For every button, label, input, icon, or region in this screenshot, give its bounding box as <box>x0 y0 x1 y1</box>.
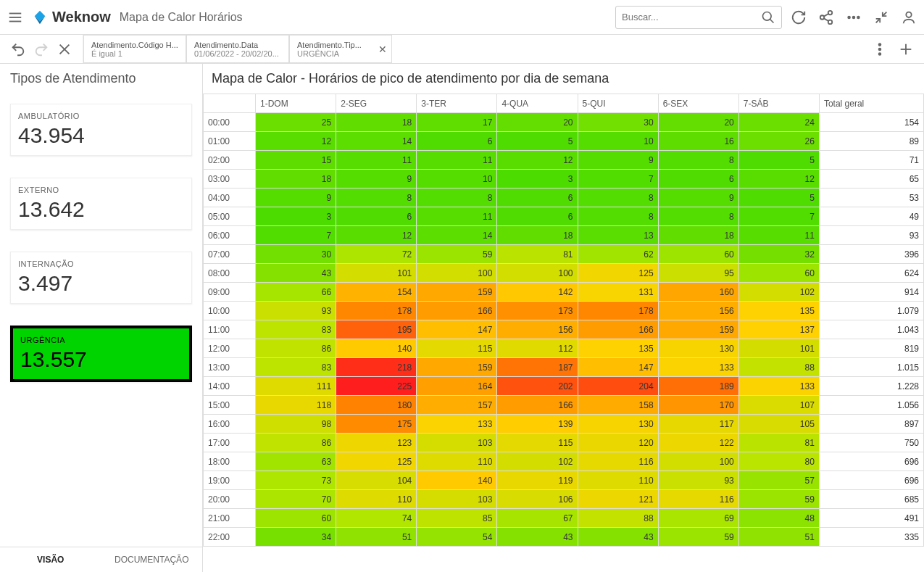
col-header[interactable]: 5-QUI <box>578 94 658 113</box>
heat-cell[interactable]: 15 <box>256 151 336 170</box>
heat-cell[interactable]: 107 <box>738 396 819 415</box>
heat-cell[interactable]: 180 <box>336 396 417 415</box>
heat-cell[interactable]: 225 <box>336 377 417 396</box>
heat-cell[interactable]: 9 <box>336 170 417 188</box>
heat-cell[interactable]: 115 <box>497 434 578 452</box>
heat-cell[interactable]: 112 <box>497 339 578 358</box>
heat-cell[interactable]: 5 <box>738 188 819 207</box>
heat-cell[interactable]: 6 <box>658 170 738 188</box>
heat-cell[interactable]: 105 <box>738 415 819 434</box>
heat-cell[interactable]: 81 <box>497 245 578 264</box>
heat-cell[interactable]: 164 <box>417 377 497 396</box>
heat-cell[interactable]: 133 <box>658 358 738 377</box>
more-vert-icon[interactable] <box>872 41 888 57</box>
heat-cell[interactable]: 117 <box>658 415 738 434</box>
heat-cell[interactable]: 131 <box>578 283 658 302</box>
close-icon[interactable]: ✕ <box>378 43 387 55</box>
heat-cell[interactable]: 130 <box>658 339 738 358</box>
heat-cell[interactable]: 103 <box>417 490 497 509</box>
heat-cell[interactable]: 110 <box>336 490 417 509</box>
heat-cell[interactable]: 12 <box>336 226 417 245</box>
heat-cell[interactable]: 170 <box>658 396 738 415</box>
heat-cell[interactable]: 135 <box>738 302 819 320</box>
heat-cell[interactable]: 8 <box>658 207 738 226</box>
more-icon[interactable] <box>846 9 862 25</box>
heat-cell[interactable]: 202 <box>497 377 578 396</box>
heat-cell[interactable]: 116 <box>658 490 738 509</box>
heat-cell[interactable]: 100 <box>658 452 738 471</box>
heat-cell[interactable]: 154 <box>336 283 417 302</box>
heat-cell[interactable]: 115 <box>417 339 497 358</box>
heat-cell[interactable]: 133 <box>417 415 497 434</box>
heat-cell[interactable]: 101 <box>336 264 417 283</box>
heat-cell[interactable]: 3 <box>497 170 578 188</box>
heat-cell[interactable]: 60 <box>256 509 336 528</box>
heat-cell[interactable]: 95 <box>658 264 738 283</box>
heat-cell[interactable]: 20 <box>497 113 578 132</box>
heat-cell[interactable]: 63 <box>256 452 336 471</box>
heat-cell[interactable]: 140 <box>336 339 417 358</box>
heat-cell[interactable]: 13 <box>578 226 658 245</box>
heat-cell[interactable]: 142 <box>497 283 578 302</box>
heat-cell[interactable]: 80 <box>738 452 819 471</box>
heat-cell[interactable]: 102 <box>497 452 578 471</box>
heat-cell[interactable]: 85 <box>417 509 497 528</box>
heat-cell[interactable]: 34 <box>256 528 336 547</box>
heat-cell[interactable]: 62 <box>578 245 658 264</box>
heat-cell[interactable]: 48 <box>738 509 819 528</box>
heat-cell[interactable]: 159 <box>417 358 497 377</box>
account-icon[interactable] <box>901 9 917 25</box>
heat-cell[interactable]: 66 <box>256 283 336 302</box>
kpi-card[interactable]: AMBULATÓRIO43.954 <box>10 104 192 156</box>
heat-cell[interactable]: 60 <box>738 264 819 283</box>
heat-cell[interactable]: 116 <box>578 452 658 471</box>
col-header-total[interactable]: Total geral <box>819 94 923 113</box>
heat-cell[interactable]: 218 <box>336 358 417 377</box>
heat-cell[interactable]: 88 <box>738 358 819 377</box>
heat-cell[interactable]: 74 <box>336 509 417 528</box>
heat-cell[interactable]: 11 <box>417 151 497 170</box>
heat-cell[interactable]: 135 <box>578 339 658 358</box>
heat-cell[interactable]: 159 <box>417 283 497 302</box>
heat-cell[interactable]: 111 <box>256 377 336 396</box>
heat-cell[interactable]: 5 <box>497 132 578 151</box>
heat-cell[interactable]: 125 <box>578 264 658 283</box>
heat-cell[interactable]: 59 <box>738 490 819 509</box>
heat-cell[interactable]: 7 <box>256 226 336 245</box>
heat-cell[interactable]: 11 <box>417 207 497 226</box>
heat-cell[interactable]: 81 <box>738 434 819 452</box>
heat-cell[interactable]: 26 <box>738 132 819 151</box>
heat-cell[interactable]: 123 <box>336 434 417 452</box>
tab-documentacao[interactable]: DOCUMENTAÇÃO <box>101 547 203 572</box>
heat-cell[interactable]: 32 <box>738 245 819 264</box>
heat-cell[interactable]: 8 <box>417 188 497 207</box>
heat-cell[interactable]: 121 <box>578 490 658 509</box>
heat-cell[interactable]: 106 <box>497 490 578 509</box>
heat-cell[interactable]: 30 <box>256 245 336 264</box>
heat-cell[interactable]: 10 <box>578 132 658 151</box>
heat-cell[interactable]: 173 <box>497 302 578 320</box>
heat-cell[interactable]: 88 <box>578 509 658 528</box>
heat-cell[interactable]: 43 <box>578 528 658 547</box>
heat-cell[interactable]: 118 <box>256 396 336 415</box>
heat-cell[interactable]: 100 <box>417 264 497 283</box>
heat-cell[interactable]: 7 <box>738 207 819 226</box>
heat-cell[interactable]: 178 <box>336 302 417 320</box>
heat-cell[interactable]: 110 <box>417 452 497 471</box>
kpi-card[interactable]: EXTERNO13.642 <box>10 178 192 230</box>
heat-cell[interactable]: 60 <box>658 245 738 264</box>
filter-chip[interactable]: Atendimento.Código H...É igual 1 <box>83 35 186 63</box>
heat-cell[interactable]: 51 <box>738 528 819 547</box>
heat-cell[interactable]: 9 <box>256 188 336 207</box>
heat-cell[interactable]: 86 <box>256 339 336 358</box>
heat-cell[interactable]: 166 <box>497 396 578 415</box>
heat-cell[interactable]: 43 <box>256 264 336 283</box>
heat-cell[interactable]: 12 <box>256 132 336 151</box>
heat-cell[interactable]: 140 <box>417 471 497 490</box>
heat-cell[interactable]: 10 <box>417 170 497 188</box>
heat-cell[interactable]: 59 <box>417 245 497 264</box>
heat-cell[interactable]: 6 <box>497 188 578 207</box>
heat-cell[interactable]: 14 <box>417 226 497 245</box>
heat-cell[interactable]: 102 <box>738 283 819 302</box>
heat-cell[interactable]: 93 <box>256 302 336 320</box>
